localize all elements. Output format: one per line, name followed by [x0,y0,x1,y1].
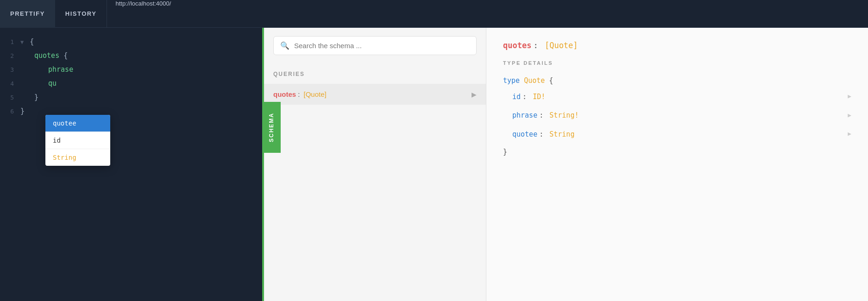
ac-item-string[interactable]: String [45,149,110,166]
fr-colon-quotee: : [539,130,543,138]
type-header-text: quotes: [Quote] [503,41,578,50]
top-bar: PRETTIFY HISTORY http://localhost:4000/ [0,0,868,28]
fr-colon-phrase: : [539,111,543,119]
fr-field-id: id [512,93,521,101]
qi-name-quotes: quotes [273,90,296,98]
brace-open-1: { [30,38,34,46]
type-block: type Quote { id: ID! ▶ phrase: String! [503,74,851,161]
editor-line-5[interactable]: 5 } [0,91,262,105]
line-content-2: quotes { [20,50,256,62]
schema-panel: 🔍 QUERIES quotes: [Quote] ▶ [264,28,486,301]
line-number-5: 5 [0,93,14,103]
search-bar: 🔍 [264,28,486,63]
line-number-2: 2 [0,51,14,61]
fr-field-phrase: phrase [512,111,537,119]
line-number-1: 1 [0,37,14,47]
prettify-button[interactable]: PRETTIFY [0,0,55,28]
chevron-right-icon-id[interactable]: ▶ [848,91,851,102]
line-content-4: qu [20,78,256,90]
chevron-right-icon-phrase[interactable]: ▶ [848,110,851,121]
type-close-brace: } [503,144,851,161]
queries-label: QUERIES [264,71,486,83]
editor-content: 1 ▼ { 2 quotes { 3 phrase [0,28,262,126]
brace-open-2: { [63,51,68,60]
editor-line-1[interactable]: 1 ▼ { [0,35,262,49]
editor-line-4[interactable]: 4 qu [0,77,262,91]
line-content-5: } [20,92,256,104]
field-row-id: id: ID! ▶ [503,88,851,107]
ac-item-id[interactable]: id [45,132,110,149]
field-row-phrase: phrase: String! ▶ [503,106,851,125]
editor-line-2[interactable]: 2 quotes { [0,49,262,63]
fr-type-quotee: String [549,130,574,138]
type-keyword: type [503,76,520,85]
type-open-brace: { [549,76,553,85]
search-icon: 🔍 [280,41,289,50]
autocomplete-dropdown: quotee id String [45,115,110,166]
field-row-quotee: quotee: String ▶ [503,125,851,144]
type-def-header: type Quote { [503,74,851,88]
field-phrase: phrase [48,65,73,74]
search-input-wrap[interactable]: 🔍 [273,36,477,55]
fr-field-quotee: quotee [512,130,537,138]
arrow-right-icon: ▶ [472,91,477,98]
type-name-quote: Quote [524,76,545,85]
field-row-content-quotee: quotee: String [512,128,848,141]
search-input[interactable] [294,42,470,50]
line-content-1: ▼ { [20,36,256,48]
chevron-right-icon-quotee[interactable]: ▶ [848,128,851,140]
line-number-3: 3 [0,65,14,75]
schema-tab-label: SCHEMA [268,113,275,142]
field-row-content-phrase: phrase: String! [512,109,848,122]
collapse-arrow-1: ▼ [20,38,24,47]
brace-close-5: } [34,93,38,101]
editor-line-3[interactable]: 3 phrase [0,63,262,77]
line-number-4: 4 [0,79,14,89]
type-panel: quotes: [Quote] TYPE DETAILS type Quote … [486,28,868,301]
th-type: [Quote] [545,41,578,50]
close-brace-span: } [503,148,507,156]
th-colon: : [533,41,538,50]
main-area: 1 ▼ { 2 quotes { 3 phrase [0,28,868,301]
brace-close-6: } [20,107,25,115]
qi-colon: : [298,90,300,98]
fr-required-phrase: ! [574,111,579,119]
ac-item-quotee[interactable]: quotee [45,115,110,132]
field-quotes: quotes [34,51,59,60]
field-row-content-id: id: ID! [512,90,848,104]
fr-type-id: ID [533,93,541,101]
line-number-6: 6 [0,107,14,117]
query-item-text: quotes: [Quote] [273,90,472,98]
fr-required-id: ! [541,93,545,101]
queries-section: QUERIES quotes: [Quote] ▶ [264,63,486,301]
line-content-3: phrase [20,64,256,76]
fr-colon-id: : [522,93,527,101]
editor-panel: 1 ▼ { 2 quotes { 3 phrase [0,28,264,301]
type-details-label: TYPE DETAILS [503,60,851,66]
type-header: quotes: [Quote] [503,41,851,50]
fr-type-phrase: String [549,111,574,119]
query-item-quotes[interactable]: quotes: [Quote] ▶ [264,84,486,105]
schema-tab[interactable]: SCHEMA [262,102,281,153]
editor-line-6[interactable]: 6 } [0,105,262,119]
th-name: quotes [503,41,531,50]
field-qu: qu [48,79,57,88]
qi-type-quote: [Quote] [304,90,327,98]
url-bar[interactable]: http://localhost:4000/ [107,0,208,28]
history-button[interactable]: HISTORY [55,0,107,28]
